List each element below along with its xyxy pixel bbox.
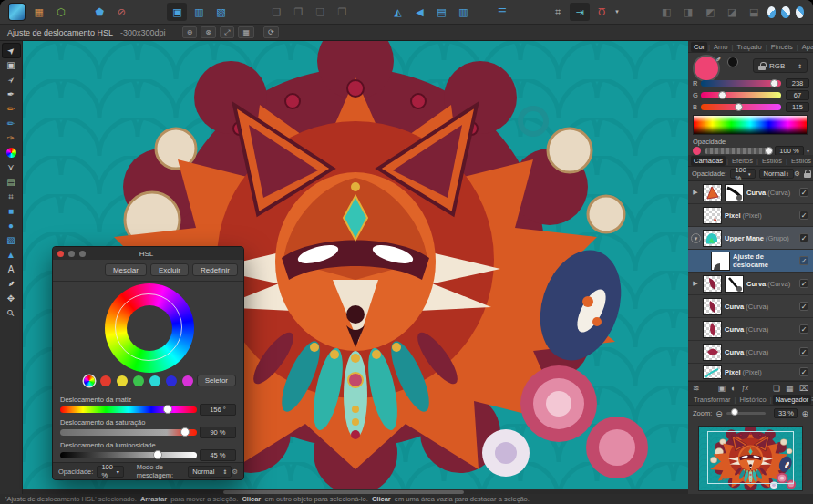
- red-channel-handle[interactable]: [770, 79, 778, 87]
- ctx-target-icon[interactable]: ⊕: [182, 26, 198, 38]
- boolean-subtract-button[interactable]: [781, 6, 789, 18]
- mask-layer-icon[interactable]: ▣: [718, 384, 726, 393]
- tab-tracado[interactable]: Traçado: [734, 42, 764, 52]
- teal-group-thumbnail[interactable]: [703, 230, 722, 247]
- expand-arrow-icon[interactable]: ▶: [688, 280, 703, 287]
- luminosity-shift-handle[interactable]: [153, 450, 162, 459]
- vector-brush-tool[interactable]: ✏: [3, 117, 20, 130]
- layer-row-hsl-adjustment[interactable]: Ajuste de deslocame ✓: [688, 250, 813, 273]
- navigator-viewport-rect[interactable]: [707, 431, 794, 484]
- tab-amostras[interactable]: Amo: [711, 42, 730, 52]
- hue-shift-slider[interactable]: [60, 406, 197, 413]
- visibility-checkbox[interactable]: ✓: [799, 256, 808, 265]
- luminosity-shift-value[interactable]: 45 %: [200, 449, 236, 461]
- red-channel-slider[interactable]: [701, 80, 781, 87]
- delete-button[interactable]: Excluir: [150, 263, 189, 276]
- insert-ontop-button[interactable]: ▧: [211, 3, 231, 21]
- transform-mode-button-4[interactable]: ◪: [722, 3, 742, 21]
- node-tool[interactable]: ➢: [3, 73, 20, 87]
- merge-button[interactable]: Mesclar: [105, 263, 147, 276]
- reset-button[interactable]: Redefinir: [192, 263, 238, 276]
- rectangle-tool[interactable]: ■: [3, 204, 20, 218]
- zoom-tool[interactable]: ⚲: [3, 306, 20, 320]
- petal-thumbnail[interactable]: [703, 321, 722, 338]
- swatch-spectrum[interactable]: [84, 375, 95, 386]
- dialog-titlebar[interactable]: HSL: [53, 247, 243, 260]
- ctx-cancel-icon[interactable]: ⊗: [201, 26, 216, 38]
- tab-efeitos[interactable]: Efeitos: [729, 156, 756, 166]
- green-channel-handle[interactable]: [718, 91, 726, 99]
- zoom-in-icon[interactable]: ⊕: [801, 409, 808, 418]
- fill-tool[interactable]: [3, 146, 20, 159]
- gear-icon[interactable]: ⚙: [794, 170, 800, 178]
- move-to-back-button[interactable]: ❐: [332, 3, 352, 21]
- move-to-front-button[interactable]: ❏: [266, 3, 286, 21]
- pixel-persona-icon[interactable]: ▦: [29, 3, 49, 21]
- rotate-ccw-button[interactable]: ▤: [432, 3, 452, 21]
- ctx-resize-icon[interactable]: ⤢: [220, 26, 234, 38]
- layer-row-curva-2[interactable]: ▶ Curva(Curva) ✓: [688, 273, 813, 295]
- collapse-arrow-icon[interactable]: ▼: [691, 233, 701, 243]
- blend-mode-dropdown[interactable]: Normal⇕: [188, 466, 232, 478]
- tab-estilos[interactable]: Estilos: [759, 156, 785, 166]
- swatch-green[interactable]: [133, 375, 144, 386]
- transform-mode-button-2[interactable]: ◨: [678, 3, 698, 21]
- visibility-checkbox[interactable]: ✓: [799, 279, 808, 288]
- rotate-cw-button[interactable]: ▥: [454, 3, 474, 21]
- saturation-shift-handle[interactable]: [180, 427, 190, 437]
- snapping-options-arrow[interactable]: ▾: [613, 3, 621, 21]
- tab-camadas[interactable]: Camadas: [691, 156, 726, 166]
- luminosity-shift-slider[interactable]: [60, 452, 197, 458]
- transform-mode-button-5[interactable]: ⬓: [744, 3, 764, 21]
- color-picker-tool[interactable]: ✒: [3, 277, 20, 291]
- insert-behind-button[interactable]: ▥: [189, 3, 209, 21]
- zoom-out-icon[interactable]: ⊖: [715, 409, 723, 418]
- visibility-checkbox[interactable]: ✓: [799, 211, 808, 220]
- tab-pinceis[interactable]: Pincéis: [768, 42, 796, 52]
- color-opacity-slider[interactable]: [705, 148, 770, 154]
- layers-blend-dropdown[interactable]: Normal⇕: [759, 169, 794, 179]
- swatch-magenta[interactable]: [182, 375, 193, 386]
- chevron-down-icon[interactable]: ▾: [807, 148, 809, 154]
- white-adjustment-thumbnail[interactable]: [711, 252, 730, 271]
- color-opacity-handle[interactable]: [765, 147, 773, 155]
- dialog-opacity-dropdown[interactable]: 100 % ▾: [97, 466, 123, 478]
- layer-row-curva-4[interactable]: Curva(Curva) ✓: [688, 318, 813, 341]
- visibility-checkbox[interactable]: ✓: [799, 302, 808, 311]
- move-forward-button[interactable]: ❐: [288, 3, 308, 21]
- close-icon[interactable]: [57, 251, 64, 257]
- zoom-slider-handle[interactable]: [731, 408, 738, 416]
- transform-mode-button-1[interactable]: ◧: [656, 3, 676, 21]
- green-channel-value[interactable]: 67: [786, 90, 809, 100]
- visibility-checkbox[interactable]: ✓: [799, 233, 808, 242]
- transform-mode-button-3[interactable]: ◩: [700, 3, 720, 21]
- blend-ranges-icon[interactable]: ≋: [693, 384, 700, 393]
- selector-button[interactable]: Seletor: [197, 375, 236, 386]
- flip-horizontal-button[interactable]: ◭: [388, 3, 408, 21]
- layer-row-curva-5[interactable]: Curva(Curva) ✓: [688, 341, 813, 364]
- layer-row-curva-3[interactable]: Curva(Curva) ✓: [688, 295, 813, 318]
- insert-inside-button[interactable]: ▣: [167, 3, 187, 21]
- zoom-window-icon[interactable]: [79, 251, 86, 257]
- swatch-red[interactable]: [100, 375, 111, 386]
- layer-row-pixel-2[interactable]: Pixel(Pixel) ✓: [688, 364, 813, 381]
- ctx-grid-icon[interactable]: ▦: [238, 26, 254, 38]
- petal-thumbnail[interactable]: [703, 344, 722, 361]
- view-tool[interactable]: ✥: [3, 292, 20, 305]
- saturation-shift-value[interactable]: 90 %: [200, 427, 236, 438]
- hue-shift-handle[interactable]: [163, 405, 172, 414]
- color-mode-dropdown[interactable]: RGB ⇕: [753, 58, 808, 73]
- visibility-checkbox[interactable]: ✓: [799, 347, 808, 356]
- visibility-checkbox[interactable]: ✓: [799, 367, 808, 376]
- designer-persona-icon[interactable]: [9, 4, 25, 20]
- ctx-reset-icon[interactable]: ⟳: [263, 26, 279, 38]
- green-channel-slider[interactable]: [701, 92, 781, 98]
- brush-mask-thumbnail[interactable]: [725, 184, 744, 201]
- lock-icon[interactable]: [804, 170, 806, 178]
- navigator-thumbnail[interactable]: [699, 427, 802, 490]
- tab-cor[interactable]: Cor: [691, 42, 707, 52]
- tab-aparencia[interactable]: Apa: [799, 42, 813, 52]
- swatch-yellow[interactable]: [117, 375, 128, 386]
- flip-vertical-button[interactable]: ◀: [410, 3, 430, 21]
- pixel-teal-thumbnail[interactable]: [703, 365, 722, 379]
